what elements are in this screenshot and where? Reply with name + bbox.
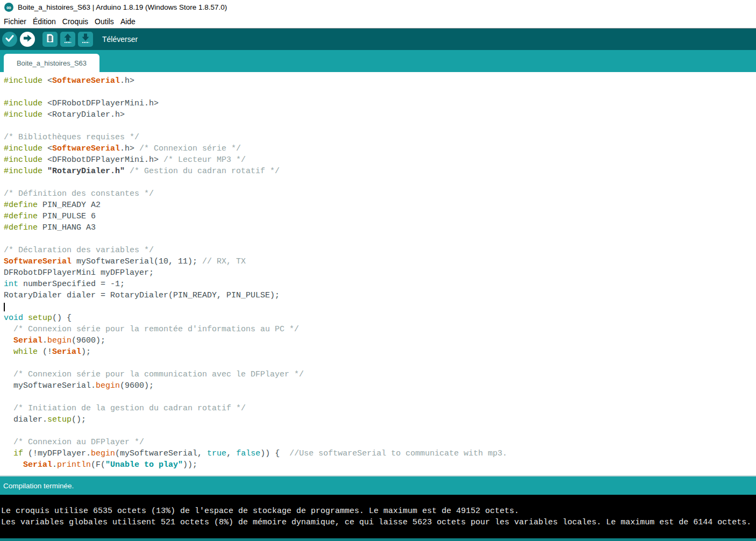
arduino-ide-window: ∞ Boite_a_histoires_S63 | Arduino 1.8.19… xyxy=(0,0,756,541)
check-icon xyxy=(2,31,17,48)
code-line: #include "RotaryDialer.h" /* Gestion du … xyxy=(4,166,756,177)
code-line: DFRobotDFPlayerMini myDFPlayer; xyxy=(4,267,756,279)
code-line: int numberSpecified = -1; xyxy=(4,279,756,290)
down-arrow-icon xyxy=(78,31,93,48)
tab-label: Boite_a_histoires_S63 xyxy=(17,59,87,67)
code-line xyxy=(4,358,756,369)
bottom-strip xyxy=(0,538,756,541)
tabbar: Boite_a_histoires_S63 xyxy=(0,50,756,72)
code-line: /* Connexion série pour la remontée d'in… xyxy=(4,324,756,335)
code-line: #include <DFRobotDFPlayerMini.h> /* Lect… xyxy=(4,154,756,166)
code-line: Serial.begin(9600); xyxy=(4,335,756,346)
code-line: mySoftwareSerial.begin(9600); xyxy=(4,380,756,391)
code-line xyxy=(4,301,756,312)
menu-fichier[interactable]: Fichier xyxy=(1,17,30,26)
console-line: Les variables globales utilisent 521 oct… xyxy=(1,517,756,528)
code-line xyxy=(4,425,756,437)
code-line: #include <DFRobotDFPlayerMini.h> xyxy=(4,98,756,109)
save-button[interactable] xyxy=(78,32,93,47)
code-line: RotaryDialer dialer = RotaryDialer(PIN_R… xyxy=(4,290,756,301)
arduino-logo-icon: ∞ xyxy=(4,3,13,12)
code-line: #define PIN_READY A2 xyxy=(4,200,756,211)
code-line: /* Définition des constantes */ xyxy=(4,188,756,200)
text-cursor xyxy=(4,303,5,311)
code-line: #include <RotaryDialer.h> xyxy=(4,109,756,120)
window-title: Boite_a_histoires_S63 | Arduino 1.8.19 (… xyxy=(18,3,227,11)
titlebar: ∞ Boite_a_histoires_S63 | Arduino 1.8.19… xyxy=(0,0,756,15)
toolbar-tooltip-label: Téléverser xyxy=(102,35,138,44)
code-line: void setup() { xyxy=(4,312,756,324)
code-line: Serial.println(F("Unable to play")); xyxy=(4,459,756,471)
code-line: /* Bibliothèques requises */ xyxy=(4,132,756,143)
code-line: #define PIN_PULSE 6 xyxy=(4,211,756,222)
open-button[interactable] xyxy=(60,32,75,47)
code-line xyxy=(4,87,756,98)
document-icon xyxy=(42,31,58,48)
code-line xyxy=(4,120,756,132)
menu-croquis[interactable]: Croquis xyxy=(59,17,91,26)
code-editor[interactable]: #include <SoftwareSerial.h>#include <DFR… xyxy=(0,72,756,475)
compiler-console[interactable]: Le croquis utilise 6535 octets (13%) de … xyxy=(0,495,756,538)
code-line: while (!Serial); xyxy=(4,346,756,358)
code-line: dialer.setup(); xyxy=(4,414,756,425)
verify-button[interactable] xyxy=(2,32,17,47)
right-arrow-icon xyxy=(20,31,35,48)
code-line: /* Déclaration des variables */ xyxy=(4,245,756,256)
code-line xyxy=(4,391,756,403)
code-line: if (!myDFPlayer.begin(mySoftwareSerial, … xyxy=(4,448,756,459)
console-line: Le croquis utilise 6535 octets (13%) de … xyxy=(1,506,756,517)
menubar: FichierÉditionCroquisOutilsAide xyxy=(0,15,756,29)
menu-edition[interactable]: Édition xyxy=(30,17,59,26)
code-line xyxy=(4,233,756,245)
menu-aide[interactable]: Aide xyxy=(117,17,139,26)
code-line: #include <SoftwareSerial.h> xyxy=(4,75,756,87)
code-line: /* Connexion au DFPlayer */ xyxy=(4,437,756,448)
code-line xyxy=(4,177,756,188)
tab-boite-a-histoires-s63[interactable]: Boite_a_histoires_S63 xyxy=(4,54,99,72)
code-line: #include <SoftwareSerial.h> /* Connexion… xyxy=(4,143,756,154)
status-bar: Compilation terminée. xyxy=(0,475,756,495)
upload-button[interactable] xyxy=(20,32,35,47)
up-arrow-icon xyxy=(60,31,75,48)
status-message: Compilation terminée. xyxy=(3,482,74,490)
code-line: /* Connexion série pour la communication… xyxy=(4,369,756,380)
new-sketch-button[interactable] xyxy=(42,32,58,47)
code-line: SoftwareSerial mySoftwareSerial(10, 11);… xyxy=(4,256,756,267)
code-line: #define PIN_HANG A3 xyxy=(4,222,756,233)
menu-outils[interactable]: Outils xyxy=(91,17,117,26)
code-line: /* Initiation de la gestion du cadran ro… xyxy=(4,403,756,414)
toolbar: Téléverser xyxy=(0,29,756,50)
